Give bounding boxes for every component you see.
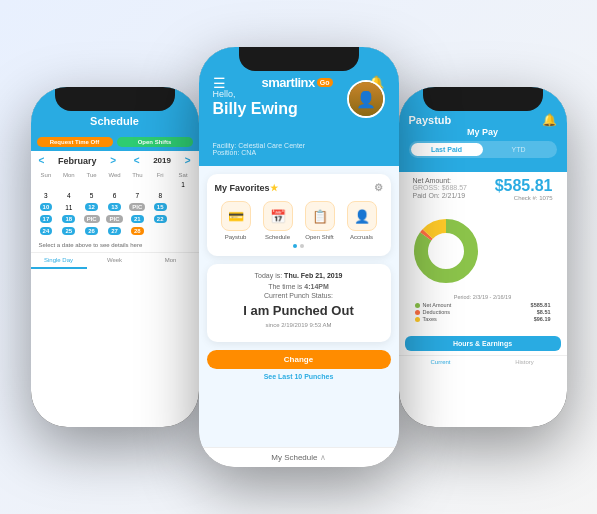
view-tabs: Single Day Week Mon	[31, 252, 199, 269]
net-dot	[415, 303, 420, 308]
history-tabs: Current History	[399, 355, 567, 368]
calendar-days-header: Sun Mon Tue Wed Thu Fri Sat	[35, 170, 195, 180]
favorites-section: My Favorites ★ ⚙ 💳 Paystub 📅 Schedule	[207, 174, 391, 256]
brand-area: smartlinx Go	[261, 75, 332, 90]
schedule-footer: Select a date above to see details here	[31, 238, 199, 252]
calendar-row: 17 18 PIC PIC 21 22	[35, 214, 195, 224]
calendar-row: 24 25 26 27 28	[35, 226, 195, 236]
favorite-schedule[interactable]: 📅 Schedule	[263, 201, 293, 240]
phones-container: Schedule Request Time Off Open Shifts < …	[19, 12, 579, 502]
donut-chart-section: Period: 2/3/19 - 2/16/19 Net Amount $585…	[405, 210, 561, 328]
legend: Net Amount $585.81 Deductions $8.51 Taxe…	[411, 302, 555, 322]
paystub-top-bar: Paystub 🔔	[399, 87, 567, 127]
greeting-text: Hello,	[213, 89, 298, 99]
center-header: ☰ smartlinx Go 🔔 Hello, Billy Ewing 👤	[199, 47, 399, 166]
svg-point-3	[429, 234, 463, 268]
gross-label: GROSS: $688.57	[413, 184, 467, 191]
month-tab[interactable]: Mon	[143, 253, 199, 269]
pay-tabs: Last Paid YTD	[409, 141, 557, 158]
time-value: 4:14PM	[304, 283, 329, 290]
current-tab[interactable]: Current	[399, 356, 483, 368]
right-phone: Paystub 🔔 My Pay Last Paid YTD Net Amoun…	[399, 87, 567, 427]
legend-net: Net Amount $585.81	[415, 302, 551, 308]
go-badge: Go	[317, 78, 333, 87]
history-tab[interactable]: History	[483, 356, 567, 368]
menu-icon[interactable]: ☰	[213, 76, 226, 90]
calendar-grid: Sun Mon Tue Wed Thu Fri Sat 1	[31, 170, 199, 238]
accruals-icon: 👤	[347, 201, 377, 231]
check-label: Check #: 1075	[495, 195, 553, 201]
dot-active	[293, 244, 297, 248]
year-label: 2019	[153, 156, 171, 165]
paystub-icon: 💳	[221, 201, 251, 231]
chevron-up-icon: ∧	[320, 453, 326, 462]
open-shift-icon: 📋	[305, 201, 335, 231]
net-value: $585.81	[495, 177, 553, 195]
calendar-row: 10 11 12 13 PIC 15	[35, 202, 195, 212]
schedule-header: Schedule	[31, 87, 199, 133]
today-label: Today is: Thu. Feb 21, 2019	[215, 272, 383, 279]
net-amount-section: Net Amount: GROSS: $688.57 Paid On: 2/21…	[405, 172, 561, 206]
request-time-off-button[interactable]: Request Time Off	[37, 137, 113, 147]
net-amount-label: Net Amount:	[413, 177, 467, 184]
donut-chart	[411, 216, 481, 286]
punch-since: since 2/19/2019 9:53 AM	[215, 322, 383, 328]
next-month-button[interactable]: >	[110, 155, 116, 166]
brand-name: smartlinx	[261, 75, 314, 90]
user-facility: Facility: Celestial Care Center Position…	[213, 142, 385, 156]
deductions-dot	[415, 310, 420, 315]
center-phone: ☰ smartlinx Go 🔔 Hello, Billy Ewing 👤	[199, 47, 399, 467]
calendar-row: 3 4 5 6 7 8	[35, 191, 195, 200]
avatar-image: 👤	[349, 82, 383, 116]
ytd-tab[interactable]: YTD	[483, 143, 555, 156]
schedule-title: Schedule	[90, 115, 139, 127]
center-body: My Favorites ★ ⚙ 💳 Paystub 📅 Schedule	[199, 166, 399, 447]
taxes-dot	[415, 317, 420, 322]
paystub-bell-icon[interactable]: 🔔	[542, 113, 557, 127]
hours-earnings-button[interactable]: Hours & Earnings	[405, 336, 561, 351]
next-year-button[interactable]: >	[185, 155, 191, 166]
favorites-icons: 💳 Paystub 📅 Schedule 📋 Open Shift �	[215, 201, 383, 240]
punch-status-label: Current Punch Status:	[215, 292, 383, 299]
favorite-open-shift[interactable]: 📋 Open Shift	[305, 201, 335, 240]
see-punches-link[interactable]: See Last 10 Punches	[199, 373, 399, 380]
my-pay-label: My Pay	[409, 127, 557, 137]
my-schedule-footer: My Schedule ∧	[199, 447, 399, 467]
legend-deductions: Deductions $8.51	[415, 309, 551, 315]
last-paid-tab[interactable]: Last Paid	[411, 143, 483, 156]
favorite-paystub[interactable]: 💳 Paystub	[221, 201, 251, 240]
my-schedule-label: My Schedule	[271, 453, 317, 462]
paystub-body: My Pay Last Paid YTD	[399, 127, 567, 172]
period-label: Period: 2/3/19 - 2/16/19	[411, 294, 555, 300]
prev-month-button[interactable]: <	[39, 155, 45, 166]
punch-status-value: I am Punched Out	[215, 303, 383, 318]
calendar-nav: < February > < 2019 >	[31, 151, 199, 170]
favorites-title: My Favorites	[215, 183, 270, 193]
week-tab[interactable]: Week	[87, 253, 143, 269]
change-button[interactable]: Change	[207, 350, 391, 369]
user-name: Billy Ewing	[213, 100, 298, 118]
left-phone: Schedule Request Time Off Open Shifts < …	[31, 87, 199, 427]
favorite-accruals[interactable]: 👤 Accruals	[347, 201, 377, 240]
open-shifts-button[interactable]: Open Shifts	[117, 137, 193, 147]
user-info: Hello, Billy Ewing	[213, 89, 298, 118]
paystub-title: Paystub	[409, 114, 452, 126]
favorites-settings-icon[interactable]: ⚙	[374, 182, 383, 193]
favorites-star-icon: ★	[270, 183, 278, 193]
favorites-header: My Favorites ★ ⚙	[215, 182, 383, 193]
time-row: The time is 4:14PM	[215, 283, 383, 290]
today-section: Today is: Thu. Feb 21, 2019 The time is …	[207, 264, 391, 342]
legend-taxes: Taxes $96.19	[415, 316, 551, 322]
today-date: Thu. Feb 21, 2019	[284, 272, 342, 279]
dot-inactive	[300, 244, 304, 248]
schedule-icon: 📅	[263, 201, 293, 231]
carousel-dots	[215, 244, 383, 248]
paid-on-label: Paid On: 2/21/19	[413, 192, 467, 199]
avatar: 👤	[347, 80, 385, 118]
single-day-tab[interactable]: Single Day	[31, 253, 87, 269]
month-label: February	[58, 156, 97, 166]
calendar-row: 1	[35, 180, 195, 189]
schedule-buttons: Request Time Off Open Shifts	[31, 133, 199, 151]
prev-year-button[interactable]: <	[134, 155, 140, 166]
